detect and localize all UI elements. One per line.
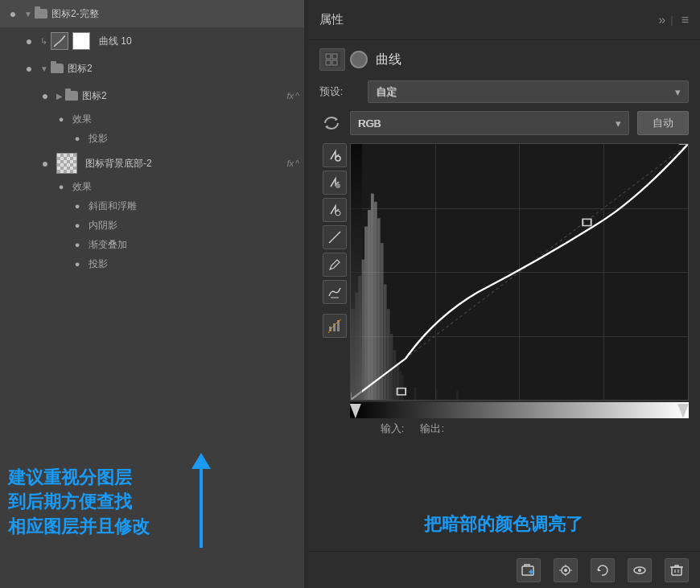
effect-label: 斜面和浮雕 xyxy=(89,199,137,213)
eye-icon[interactable]: ● xyxy=(53,179,69,195)
layer-row[interactable]: ● ▶ 图标2 fx ^ xyxy=(0,82,304,109)
channel-row: RGB Red Green Blue RGB 自动 xyxy=(319,111,689,135)
curves-main: 输入: 输出: xyxy=(319,143,689,500)
layer-name: 图标背景底部-2 xyxy=(85,157,284,171)
eye-icon[interactable]: ● xyxy=(37,88,53,104)
curves-title-row: 曲线 xyxy=(319,48,689,71)
folder-icon xyxy=(50,63,64,74)
svg-rect-37 xyxy=(397,389,405,395)
layer-row[interactable]: ● 图标背景底部-2 fx ^ xyxy=(0,150,304,177)
layer-row: ● 投影 xyxy=(0,129,304,148)
properties-title: 属性 xyxy=(319,12,344,27)
mask-thumbnail xyxy=(72,32,90,50)
smooth-tool[interactable] xyxy=(323,280,347,304)
channel-select-wrapper[interactable]: RGB Red Green Blue RGB xyxy=(350,111,629,135)
expand-icon[interactable]: ▼ xyxy=(40,64,48,73)
add-clip-button[interactable] xyxy=(517,558,541,582)
expand-panels-icon[interactable]: » xyxy=(658,13,665,27)
layer-thumbnail xyxy=(56,153,77,174)
effect-label: 内阴影 xyxy=(89,219,117,232)
effect-label: 投影 xyxy=(89,257,108,271)
effect-label: 投影 xyxy=(89,132,108,146)
eye-icon[interactable]: ● xyxy=(69,256,85,272)
sample-dark-tool[interactable] xyxy=(323,198,347,222)
layer-row: ● 投影 xyxy=(0,254,304,273)
effect-label: 效果 xyxy=(72,180,92,194)
bottom-annotation: 把暗部的颜色调亮了 xyxy=(319,506,689,543)
svg-point-6 xyxy=(336,156,340,161)
panel-menu-icon[interactable]: ≡ xyxy=(681,13,689,27)
preset-select[interactable]: 自定 xyxy=(368,80,689,103)
layer-row[interactable]: ● ▼ 图标2-完整 xyxy=(0,0,304,27)
pencil-tool[interactable] xyxy=(323,253,347,277)
collapse-icon[interactable]: ^ xyxy=(295,159,299,168)
input-slider[interactable] xyxy=(350,402,689,418)
expand-icon[interactable]: ▼ xyxy=(24,10,32,19)
annotation-text: 建议重视分图层 到后期方便查找 相应图层并且修改 xyxy=(8,466,150,540)
layer-row[interactable]: ● ▼ 图标2 xyxy=(0,55,304,82)
input-label: 输入: xyxy=(381,421,405,436)
layer-thumbnail xyxy=(51,32,68,50)
svg-rect-38 xyxy=(522,566,533,575)
histogram-tool[interactable] xyxy=(323,314,347,338)
svg-point-42 xyxy=(564,569,567,572)
mask-circle-icon xyxy=(350,51,368,68)
svg-point-8 xyxy=(336,211,340,216)
preset-label: 预设: xyxy=(319,84,360,99)
sample-mid-tool[interactable] xyxy=(323,171,347,195)
io-row: 输入: 输出: xyxy=(350,421,689,436)
black-point-handle[interactable] xyxy=(350,404,361,418)
sample-light-tool[interactable] xyxy=(323,143,347,167)
channel-select[interactable]: RGB Red Green Blue xyxy=(350,111,629,135)
preset-row: 预设: 自定 自定 xyxy=(319,80,689,103)
folder-icon xyxy=(64,90,79,101)
tool-bar xyxy=(319,143,350,500)
eye-icon[interactable]: ● xyxy=(69,198,85,214)
eye-icon[interactable]: ● xyxy=(21,60,37,76)
effect-label: 渐变叠加 xyxy=(89,238,127,252)
expand-icon[interactable]: ▶ xyxy=(56,92,63,101)
output-label: 输出: xyxy=(420,421,444,436)
layer-row: ● 效果 xyxy=(0,109,304,129)
delete-button[interactable] xyxy=(665,558,689,582)
curves-label: 曲线 xyxy=(376,51,401,68)
layer-row[interactable]: ● ↳ 曲线 10 xyxy=(0,27,304,55)
eye-toggle-button[interactable] xyxy=(628,558,652,582)
svg-rect-45 xyxy=(672,567,681,575)
curves-adjustment-icon xyxy=(319,48,345,71)
eye-icon[interactable]: ● xyxy=(37,155,53,171)
bottom-toolbar xyxy=(308,551,700,588)
link-icon: ↳ xyxy=(40,36,47,47)
svg-point-44 xyxy=(638,569,641,572)
eye-icon[interactable]: ● xyxy=(69,130,85,146)
layer-name: 图标2 xyxy=(82,89,284,103)
collapse-icon[interactable]: ^ xyxy=(295,92,299,101)
visibility-toggle-button[interactable] xyxy=(554,558,578,582)
eye-icon[interactable]: ● xyxy=(53,111,69,127)
properties-header: 属性 » | ≡ xyxy=(308,0,700,40)
fx-badge: fx xyxy=(287,158,294,168)
preset-select-wrapper[interactable]: 自定 自定 xyxy=(368,80,689,103)
effect-label: 效果 xyxy=(72,113,92,126)
white-point-handle[interactable] xyxy=(677,404,689,418)
eye-icon[interactable]: ● xyxy=(5,6,21,22)
svg-point-7 xyxy=(336,183,340,188)
layer-name: 图标2 xyxy=(68,62,299,76)
folder-icon xyxy=(34,8,48,19)
svg-rect-34 xyxy=(583,219,591,225)
eye-icon[interactable]: ● xyxy=(69,236,85,253)
eye-icon[interactable]: ● xyxy=(21,33,37,49)
layers-panel: ● ▼ 图标2-完整 ● ↳ 曲线 10 ● ▼ 图标2 xyxy=(0,0,304,588)
curve-line-tool[interactable] xyxy=(323,225,347,249)
sync-icon[interactable] xyxy=(319,111,344,135)
fx-badge: fx xyxy=(287,91,294,101)
layer-row: ● 斜面和浮雕 xyxy=(0,196,304,216)
properties-panel: 属性 » | ≡ 曲线 预设: 自 xyxy=(308,0,700,588)
divider-icon: | xyxy=(670,14,673,26)
layer-name: 曲线 10 xyxy=(99,35,299,48)
eye-icon[interactable]: ● xyxy=(69,217,85,233)
reset-button[interactable] xyxy=(591,558,615,582)
auto-button[interactable]: 自动 xyxy=(637,111,689,135)
layer-row: ● 效果 xyxy=(0,177,304,196)
curve-graph[interactable] xyxy=(350,143,689,401)
